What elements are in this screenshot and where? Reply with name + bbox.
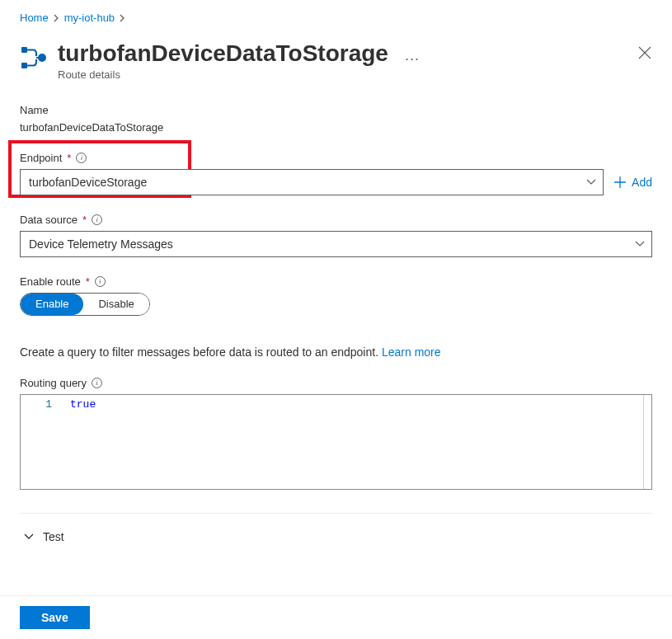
route-icon xyxy=(20,44,48,72)
add-endpoint-button[interactable]: Add xyxy=(613,176,652,189)
plus-icon xyxy=(613,176,627,189)
endpoint-select[interactable]: turbofanDeviceStorage xyxy=(20,169,604,195)
routing-query-field: Routing query i 1 true xyxy=(20,377,652,490)
svg-rect-0 xyxy=(21,47,27,53)
data-source-field: Data source * i Device Telemetry Message… xyxy=(20,214,652,257)
breadcrumb-home[interactable]: Home xyxy=(20,12,49,24)
chevron-right-icon xyxy=(120,14,125,22)
editor-right-gutter xyxy=(643,395,651,489)
query-description: Create a query to filter messages before… xyxy=(20,345,652,359)
endpoint-label: Endpoint xyxy=(20,152,62,164)
info-icon[interactable]: i xyxy=(95,276,106,287)
required-indicator: * xyxy=(86,275,90,288)
routing-query-editor[interactable]: 1 true xyxy=(20,394,652,490)
chevron-down-icon xyxy=(23,531,35,543)
routing-query-label: Routing query xyxy=(20,377,87,389)
editor-code: true xyxy=(63,395,643,489)
chevron-right-icon xyxy=(54,14,59,22)
learn-more-link[interactable]: Learn more xyxy=(382,345,441,359)
more-button[interactable]: ··· xyxy=(405,50,420,68)
close-button[interactable] xyxy=(637,45,652,60)
breadcrumb-hub[interactable]: my-iot-hub xyxy=(64,12,115,24)
name-label: Name xyxy=(20,104,49,116)
endpoint-select-value: turbofanDeviceStorage xyxy=(29,176,147,189)
data-source-label: Data source xyxy=(20,214,78,226)
info-icon[interactable]: i xyxy=(92,378,102,388)
svg-point-2 xyxy=(38,54,46,62)
save-button[interactable]: Save xyxy=(20,606,90,629)
test-expander[interactable]: Test xyxy=(20,527,652,560)
info-icon[interactable]: i xyxy=(76,153,87,163)
name-field: Name turbofanDeviceDataToStorage xyxy=(20,104,652,134)
enable-route-label: Enable route xyxy=(20,275,81,288)
add-label: Add xyxy=(632,176,652,189)
chevron-down-icon xyxy=(635,241,645,247)
name-value: turbofanDeviceDataToStorage xyxy=(20,121,652,134)
enable-route-toggle: Enable Disable xyxy=(20,293,150,316)
page-header: turbofanDeviceDataToStorage Route detail… xyxy=(20,40,652,81)
endpoint-field: Endpoint * i turbofanDeviceStorage Add xyxy=(20,152,652,195)
test-label: Test xyxy=(43,530,64,543)
page-subtitle: Route details xyxy=(58,68,388,81)
required-indicator: * xyxy=(67,152,71,164)
editor-line-number: 1 xyxy=(21,395,63,489)
breadcrumb: Home my-iot-hub xyxy=(20,12,652,24)
page-title: turbofanDeviceDataToStorage xyxy=(58,40,388,67)
toggle-enable[interactable]: Enable xyxy=(21,294,83,315)
enable-route-field: Enable route * i Enable Disable xyxy=(20,275,652,316)
data-source-select[interactable]: Device Telemetry Messages xyxy=(20,231,652,257)
data-source-select-value: Device Telemetry Messages xyxy=(29,237,173,251)
query-desc-text: Create a query to filter messages before… xyxy=(20,345,382,359)
toggle-disable[interactable]: Disable xyxy=(83,294,148,315)
chevron-down-icon xyxy=(586,179,596,186)
required-indicator: * xyxy=(82,214,87,226)
info-icon[interactable]: i xyxy=(92,214,102,225)
footer: Save xyxy=(0,595,672,639)
svg-rect-1 xyxy=(21,63,27,68)
separator xyxy=(20,513,652,514)
